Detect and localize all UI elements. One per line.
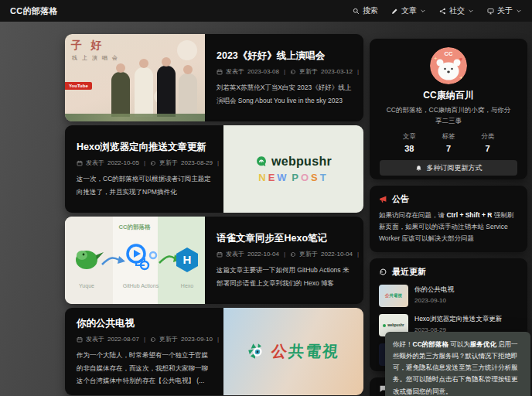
megaphone-icon: [379, 195, 387, 203]
post-body: 2023《好好》线上演唱会 发表于 2023-03-08 | 更新于 2023-…: [205, 34, 363, 121]
announcement-card: 公告 如果访问存在问题，请 Ctrl + Shift + R 强制刷新页面，如果…: [370, 186, 527, 252]
flower-decoration: [177, 40, 197, 60]
post-cover-pts[interactable]: 公共電視: [223, 308, 363, 395]
plants-decoration: [65, 114, 205, 121]
stat-value: 7: [442, 144, 455, 153]
published-date: 2022-08-07: [107, 336, 139, 343]
nav-menu: 搜索 文章 社交 关于: [353, 5, 522, 16]
stat-articles[interactable]: 文章 38: [403, 132, 416, 153]
post-excerpt: 这篇文章主要讲一下如何用 GitHub Actions 来部署同步语雀上文章到我…: [217, 264, 352, 289]
menu-articles-label: 文章: [401, 5, 417, 16]
youtube-badge: YouTube: [65, 82, 92, 90]
post-cover-flow-diagram[interactable]: CC的部落格 Yuque GitHub Actions H Hexo: [65, 217, 205, 304]
history-icon: [150, 160, 156, 166]
post-cover-concert[interactable]: 子 好 线 上 演 唱 会 YouTube: [65, 34, 205, 121]
stat-value: 38: [403, 144, 416, 153]
cookie-text: 可以为: [448, 340, 470, 348]
bell-icon: [415, 165, 422, 172]
pts-logo: 公共電視: [247, 341, 340, 362]
person-silhouette: [157, 66, 176, 117]
recent-item-title[interactable]: 你的公共电视: [414, 285, 454, 295]
cover-title-text: 子 好: [71, 39, 105, 53]
menu-articles[interactable]: 文章: [391, 5, 426, 16]
recent-updates-title: 最近更新: [392, 266, 426, 278]
recent-item-date: 2023-09-10: [414, 297, 454, 304]
post-excerpt: 刘若英X苏慧伦X丁当X白安 2023《好好》线上演唱会 Song About Y…: [217, 81, 352, 107]
avatar-dog-illustration: CC ♥ + +: [430, 47, 467, 84]
cover-subtitle-text: 线 上 演 唱 会: [72, 54, 119, 62]
diagram-label-gha: GitHub Actions: [123, 283, 159, 288]
diagram-label-yuque: Yuque: [79, 283, 94, 289]
post-excerpt: 这一次，CC的部落格可以根据读者订阅主题定向推送了，并且实现了NPM插件化: [77, 172, 212, 198]
post-title[interactable]: Hexo浏览器定向推送文章更新: [77, 141, 212, 154]
profile-name: CC康纳百川: [379, 89, 518, 102]
stat-tags[interactable]: 标签 7: [442, 132, 455, 153]
meta-separator: |: [217, 336, 219, 343]
meta-separator: |: [357, 68, 359, 75]
updated-label: 更新于: [159, 159, 178, 167]
post-list: 子 好 线 上 演 唱 会 YouTube 2023《好好》线上演唱会 发表于 …: [65, 34, 363, 396]
announcement-text: 如果访问存在问题，请: [379, 211, 446, 219]
pen-icon: [391, 8, 398, 15]
history-icon: [150, 336, 156, 343]
post-meta: 发表于 2023-03-08 | 更新于 2023-03-12 | 音乐: [217, 67, 352, 76]
calendar-icon: [77, 336, 83, 343]
avatar-cc-text: CC: [445, 50, 453, 57]
menu-about[interactable]: 关于: [487, 5, 522, 16]
calendar-icon: [77, 160, 83, 166]
recent-updates-header: 最近更新: [379, 266, 518, 278]
share-nodes-icon: [439, 8, 446, 15]
flow-diagram: CC的部落格 Yuque GitHub Actions H Hexo: [65, 217, 205, 304]
post-title[interactable]: 你的公共电视: [77, 317, 212, 330]
stat-categories[interactable]: 分类 7: [481, 132, 494, 153]
updated-date: 2023-09-10: [181, 336, 213, 343]
svg-text:♥: ♥: [459, 56, 462, 62]
menu-social[interactable]: 社交: [439, 5, 474, 16]
meta-separator: |: [357, 251, 359, 258]
hexo-h-letter: H: [183, 253, 192, 266]
post-title[interactable]: 语雀文章同步至Hexo笔记: [217, 232, 352, 245]
chevron-down-icon: [516, 8, 522, 14]
menu-about-label: 关于: [497, 5, 513, 16]
meta-separator: |: [284, 251, 285, 258]
updated-date: 2023-08-29: [181, 159, 213, 166]
post-meta: 发表于 2022-10-04 | 更新于 2022-10-04 | 博客: [217, 250, 352, 258]
person-silhouette: [179, 73, 197, 117]
updated-label: 更新于: [299, 67, 318, 76]
search-button[interactable]: 搜索: [353, 5, 378, 16]
post-body: Hexo浏览器定向推送文章更新 发表于 2022-10-05 | 更新于 202…: [65, 125, 223, 213]
history-icon: [379, 268, 387, 276]
subscribe-label: 多种订阅更新方式: [427, 163, 483, 173]
post-card-yuque-hexo[interactable]: CC的部落格 Yuque GitHub Actions H Hexo: [65, 217, 363, 304]
svg-text:+: +: [434, 55, 438, 62]
updated-label: 更新于: [159, 335, 178, 343]
recent-item-title[interactable]: Hexo浏览器定向推送文章更新: [414, 314, 502, 324]
history-icon: [290, 69, 296, 75]
cookie-text: 启用一些额外的第三方服务吗？默认情况下拒绝即可，避免隐私信息发送至第三方统计分析…: [393, 340, 518, 395]
site-title[interactable]: CC的部落格: [10, 5, 58, 17]
cookie-message: 你好！CC的部落格 可以为服务优化 启用一些额外的第三方服务吗？默认情况下拒绝即…: [393, 339, 523, 396]
cookie-highlight: 服务优化: [470, 340, 496, 348]
post-title[interactable]: 2023《好好》线上演唱会: [217, 50, 352, 63]
subscribe-button[interactable]: 多种订阅更新方式: [380, 160, 517, 176]
pts-logo-text: 公共電視: [271, 341, 340, 362]
pts-eye-icon: [247, 342, 268, 362]
post-cover-webpushr[interactable]: webpushr NEW POST: [223, 125, 363, 213]
post-card-pts[interactable]: 你的公共电视 发表于 2022-08-07 | 更新于 2023-09-10 |…: [65, 308, 363, 395]
announcement-hotkey: Ctrl + Shift + R: [446, 211, 492, 219]
post-card-webpushr[interactable]: Hexo浏览器定向推送文章更新 发表于 2022-10-05 | 更新于 202…: [65, 125, 363, 213]
recent-item[interactable]: 公共電視 你的公共电视 2023-09-10: [379, 285, 518, 307]
avatar[interactable]: CC ♥ + +: [430, 47, 467, 84]
stat-label: 标签: [442, 132, 455, 142]
calendar-icon: [217, 251, 223, 258]
published-date: 2023-03-08: [247, 68, 279, 75]
announcement-body: 如果访问存在问题，请 Ctrl + Shift + R 强制刷新页面，如果可以的…: [379, 210, 518, 244]
stat-label: 分类: [481, 132, 494, 142]
post-card-concert[interactable]: 子 好 线 上 演 唱 会 YouTube 2023《好好》线上演唱会 发表于 …: [65, 34, 363, 121]
updated-date: 2023-03-12: [321, 68, 353, 75]
profile-card: CC ♥ + + CC康纳百川 CC的部落格，CC康纳百川的小窝，与你分享二三事…: [370, 39, 527, 179]
meta-separator: |: [144, 336, 145, 343]
chevron-down-icon: [420, 8, 426, 14]
meta-separator: |: [217, 159, 219, 166]
person-silhouette: [135, 67, 153, 117]
